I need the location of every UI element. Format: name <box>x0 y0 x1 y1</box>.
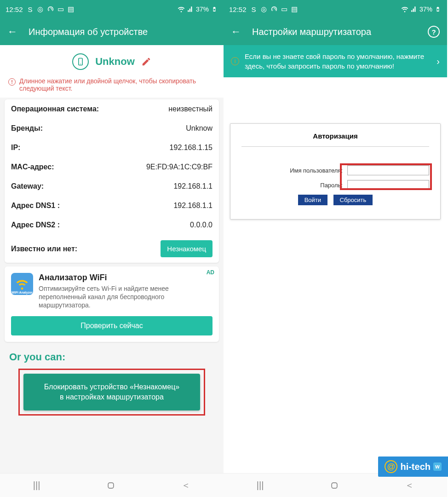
gallery-icon: ▤ <box>67 6 75 13</box>
app-icon-s: S <box>250 6 258 13</box>
back-button[interactable]: ＜ <box>405 479 414 491</box>
device-icon: ▭ <box>281 6 288 13</box>
home-button[interactable] <box>330 481 339 490</box>
gateway-value: 192.168.1.1 <box>173 182 213 191</box>
hint-text: Длинное нажатие или двойной щелчок, чтоб… <box>19 77 215 92</box>
app-icon-s: S <box>27 6 34 13</box>
back-arrow-icon[interactable]: ← <box>231 26 241 38</box>
svg-rect-2 <box>108 483 114 488</box>
signal-icon <box>187 6 194 13</box>
ad-check-button[interactable]: Проверить сейчас <box>11 316 213 335</box>
info-row-mac[interactable]: MAC-адрес: 9E:FD:9A:1C:C9:BF <box>5 157 219 177</box>
chevron-right-icon: › <box>437 56 440 67</box>
battery-percent: 37% <box>419 6 432 13</box>
info-row-os[interactable]: Операционная система: неизвестный <box>5 99 219 119</box>
os-value: неизвестный <box>168 105 213 113</box>
info-row-brand[interactable]: Бренды: Unknow <box>5 119 219 138</box>
ad-title: Анализатор WiFi <box>39 273 213 283</box>
battery-icon <box>434 6 442 13</box>
mac-label: MAC-адрес: <box>11 163 54 171</box>
login-submit-button[interactable]: Войти <box>298 195 327 205</box>
ad-description: Оптимизируйте сеть Wi-Fi и найдите менее… <box>39 284 213 310</box>
info-row-ip[interactable]: IP: 192.168.1.15 <box>5 138 219 157</box>
app-bar: ← Настройки маршрутизатора ? <box>224 18 447 45</box>
status-time: 12:52 <box>229 6 247 13</box>
edit-icon[interactable] <box>141 57 151 67</box>
copy-hint: ! Длинное нажатие или двойной щелчок, чт… <box>0 75 224 98</box>
help-icon[interactable]: ? <box>428 26 440 38</box>
login-row-user: Имя пользователя: <box>241 165 429 175</box>
instagram-icon: ◎ <box>37 6 44 13</box>
phone-right: 12:52 S ◎ ▭ ▤ 37% ← <box>224 0 447 497</box>
banner-text: Если вы не знаете свой пароль по умолчан… <box>245 52 431 71</box>
battery-icon <box>211 6 218 13</box>
at-icon: @ <box>385 460 397 473</box>
content-area: i Если вы не знаете свой пароль по умолч… <box>224 45 447 473</box>
username-input[interactable] <box>347 165 429 175</box>
back-button[interactable]: ＜ <box>181 479 190 491</box>
gateway-label: Gateway: <box>11 182 44 191</box>
info-row-dns1[interactable]: Адрес DNS1 : 192.168.1.1 <box>5 196 219 215</box>
svg-point-1 <box>80 64 81 64</box>
watermark-text: hi-tech <box>400 462 431 472</box>
phone-left: 12:52 S ◎ ▭ ▤ 37% ← <box>0 0 224 497</box>
svg-rect-3 <box>332 483 337 488</box>
username-label: Имя пользователя: <box>241 167 347 174</box>
dns1-value: 192.168.1.1 <box>173 202 213 210</box>
info-banner[interactable]: i Если вы не знаете свой пароль по умолч… <box>224 45 447 77</box>
navigation-bar: ||| ＜ <box>0 473 224 497</box>
dns2-label: Адрес DNS2 : <box>11 221 60 229</box>
or-you-can-text: Or you can: <box>0 346 224 367</box>
login-card: Авторизация Имя пользователя: Пароль: Во… <box>230 123 441 220</box>
device-info-card: Операционная система: неизвестный Бренды… <box>5 99 219 263</box>
ip-value: 192.168.1.15 <box>170 144 213 152</box>
dns1-label: Адрес DNS1 : <box>11 202 60 210</box>
dns2-value: 0.0.0.0 <box>190 221 213 229</box>
known-label: Известно или нет: <box>11 245 77 253</box>
wifi-tether-icon <box>270 6 278 13</box>
wifi-analyzer-icon <box>15 277 29 291</box>
instagram-icon: ◎ <box>260 6 268 13</box>
wifi-tether-icon <box>47 6 54 13</box>
info-row-dns2[interactable]: Адрес DNS2 : 0.0.0.0 <box>5 215 219 235</box>
page-title: Информация об устройстве <box>29 27 216 37</box>
mac-value: 9E:FD:9A:1C:C9:BF <box>146 163 213 171</box>
app-bar: ← Информация об устройстве <box>0 18 224 45</box>
back-arrow-icon[interactable]: ← <box>7 26 17 38</box>
ad-icon-label: WiFi Analyzer <box>11 291 33 294</box>
login-title: Авторизация <box>241 132 429 147</box>
block-device-button[interactable]: Блокировать устройство «Незнакомец» в на… <box>23 374 200 411</box>
login-buttons: Войти Сбросить <box>241 195 429 205</box>
brand-value: Unknow <box>186 124 213 133</box>
status-bar: 12:52 S ◎ ▭ ▤ 37% <box>224 0 447 18</box>
vk-icon: w <box>433 462 442 471</box>
page-title: Настройки маршрутизатора <box>252 27 417 37</box>
wifi-icon <box>178 6 185 13</box>
ip-label: IP: <box>11 144 20 152</box>
stranger-button[interactable]: Незнакомец <box>161 240 213 257</box>
os-label: Операционная система: <box>11 105 99 113</box>
ad-badge: AD <box>207 269 214 276</box>
info-icon: i <box>231 57 239 65</box>
block-highlight-box: Блокировать устройство «Незнакомец» в на… <box>18 369 205 416</box>
signal-icon <box>410 6 418 13</box>
device-name: Unknow <box>95 56 135 68</box>
wifi-icon <box>401 6 408 13</box>
status-bar: 12:52 S ◎ ▭ ▤ 37% <box>0 0 224 18</box>
info-row-known: Известно или нет: Незнакомец <box>5 235 219 263</box>
content-area: Unknow ! Длинное нажатие или двойной щел… <box>0 45 224 473</box>
password-input[interactable] <box>347 180 429 190</box>
info-row-gateway[interactable]: Gateway: 192.168.1.1 <box>5 177 219 196</box>
brand-label: Бренды: <box>11 124 43 133</box>
login-row-pass: Пароль: <box>241 180 429 190</box>
ad-card: AD WiFi Analyzer Анализатор WiFi Оптимиз… <box>5 266 219 342</box>
device-icon: ▭ <box>57 6 64 13</box>
home-button[interactable] <box>106 481 115 490</box>
recents-button[interactable]: ||| <box>33 480 40 491</box>
info-icon: ! <box>8 78 16 86</box>
recents-button[interactable]: ||| <box>257 480 264 491</box>
gallery-icon: ▤ <box>291 6 298 13</box>
ad-app-icon[interactable]: WiFi Analyzer <box>11 273 33 295</box>
login-reset-button[interactable]: Сбросить <box>333 195 373 205</box>
status-time: 12:52 <box>6 6 23 13</box>
